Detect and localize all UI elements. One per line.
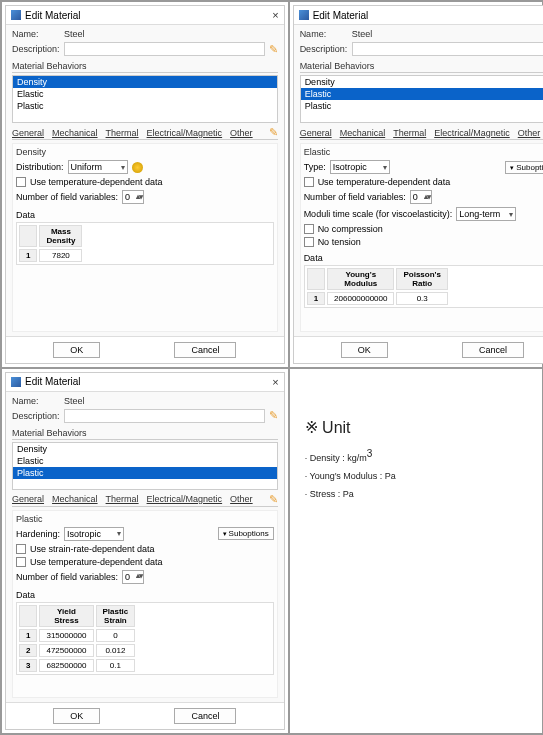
tab-general[interactable]: General <box>300 127 332 139</box>
data-label: Data <box>304 253 543 263</box>
name-value: Steel <box>64 29 85 39</box>
type-dropdown[interactable]: Isotropic <box>330 160 390 174</box>
cell-value[interactable]: 7820 <box>39 249 82 262</box>
density-table[interactable]: Mass Density 17820 <box>16 222 274 265</box>
list-item[interactable]: Plastic <box>13 467 277 479</box>
behaviors-label: Material Behaviors <box>12 428 278 440</box>
app-icon <box>11 10 21 20</box>
tab-other[interactable]: Other <box>518 127 541 139</box>
titlebar: Edit Material × <box>294 6 543 25</box>
app-icon <box>299 10 309 20</box>
list-item[interactable]: Density <box>13 443 277 455</box>
nfield-label: Number of field variables: <box>16 572 118 582</box>
row-header: 1 <box>19 629 37 642</box>
hardening-dropdown[interactable]: Isotropic <box>64 527 124 541</box>
behaviors-list[interactable]: Density Elastic Plastic <box>12 442 278 490</box>
elastic-table[interactable]: Young's ModulusPoisson's Ratio 120600000… <box>304 265 543 308</box>
use-strain-checkbox[interactable] <box>16 544 26 554</box>
use-temp-label: Use temperature-dependent data <box>318 177 451 187</box>
ok-button[interactable]: OK <box>341 342 388 358</box>
name-label: Name: <box>300 29 348 39</box>
tab-thermal[interactable]: Thermal <box>106 127 139 139</box>
cancel-button[interactable]: Cancel <box>174 342 236 358</box>
globe-icon[interactable] <box>132 162 143 173</box>
list-item[interactable]: Density <box>13 76 277 88</box>
panel-title: Elastic <box>304 147 543 157</box>
units-youngs: · Young′s Modulus : Pa <box>305 467 543 485</box>
tab-electrical[interactable]: Electrical/Magnetic <box>147 493 223 505</box>
cell-value[interactable]: 682500000 <box>39 659 93 672</box>
behaviors-label: Material Behaviors <box>12 61 278 73</box>
dialog-title: Edit Material <box>313 10 543 21</box>
description-input[interactable] <box>352 42 543 56</box>
cell-value[interactable]: 0.1 <box>96 659 136 672</box>
delete-icon[interactable]: ✎ <box>269 126 278 139</box>
description-input[interactable] <box>64 42 265 56</box>
distribution-dropdown[interactable]: Uniform <box>68 160 128 174</box>
cancel-button[interactable]: Cancel <box>462 342 524 358</box>
delete-icon[interactable]: ✎ <box>269 493 278 506</box>
description-input[interactable] <box>64 409 265 423</box>
edit-icon[interactable]: ✎ <box>269 43 278 56</box>
nfield-label: Number of field variables: <box>304 192 406 202</box>
tab-thermal[interactable]: Thermal <box>106 493 139 505</box>
tab-mechanical[interactable]: Mechanical <box>340 127 386 139</box>
tab-electrical[interactable]: Electrical/Magnetic <box>434 127 510 139</box>
use-temp-checkbox[interactable] <box>16 177 26 187</box>
behaviors-list[interactable]: Density Elastic Plastic <box>300 75 543 123</box>
cell-value[interactable]: 0 <box>96 629 136 642</box>
edit-icon[interactable]: ✎ <box>269 409 278 422</box>
col-mass-density: Mass Density <box>39 225 82 247</box>
cell-value[interactable]: 0.3 <box>396 292 447 305</box>
cancel-button[interactable]: Cancel <box>174 708 236 724</box>
tab-general[interactable]: General <box>12 127 44 139</box>
close-icon[interactable]: × <box>272 9 278 21</box>
cell-value[interactable]: 206000000000 <box>327 292 394 305</box>
col-plastic-strain: Plastic Strain <box>96 605 136 627</box>
edit-material-dialog-density: Edit Material × Name:Steel Description:✎… <box>5 5 285 364</box>
list-item[interactable]: Elastic <box>13 88 277 100</box>
moduli-dropdown[interactable]: Long-term <box>456 207 516 221</box>
tab-other[interactable]: Other <box>230 493 253 505</box>
tab-other[interactable]: Other <box>230 127 253 139</box>
list-item[interactable]: Density <box>301 76 543 88</box>
category-tabs: General Mechanical Thermal Electrical/Ma… <box>12 126 278 140</box>
use-temp-checkbox[interactable] <box>16 557 26 567</box>
behaviors-list[interactable]: Density Elastic Plastic <box>12 75 278 123</box>
suboptions-button[interactable]: Suboptions <box>218 527 274 540</box>
list-item[interactable]: Elastic <box>301 88 543 100</box>
list-item[interactable]: Plastic <box>301 100 543 112</box>
category-tabs: General Mechanical Thermal Electrical/Ma… <box>12 493 278 507</box>
row-header: 1 <box>307 292 325 305</box>
cell-value[interactable]: 315000000 <box>39 629 93 642</box>
tab-mechanical[interactable]: Mechanical <box>52 127 98 139</box>
list-item[interactable]: Elastic <box>13 455 277 467</box>
use-temp-checkbox[interactable] <box>304 177 314 187</box>
type-label: Type: <box>304 162 326 172</box>
cell-value[interactable]: 472500000 <box>39 644 93 657</box>
tab-mechanical[interactable]: Mechanical <box>52 493 98 505</box>
no-compression-checkbox[interactable] <box>304 224 314 234</box>
plastic-table[interactable]: Yield StressPlastic Strain 13150000000 2… <box>16 602 274 675</box>
panel-title: Plastic <box>16 514 274 524</box>
col-yield-stress: Yield Stress <box>39 605 93 627</box>
panel-title: Density <box>16 147 274 157</box>
tab-thermal[interactable]: Thermal <box>393 127 426 139</box>
moduli-label: Moduli time scale (for viscoelasticity): <box>304 209 453 219</box>
tab-electrical[interactable]: Electrical/Magnetic <box>147 127 223 139</box>
dialog-title: Edit Material <box>25 10 272 21</box>
tab-general[interactable]: General <box>12 493 44 505</box>
nfield-spinner[interactable]: 0 <box>122 570 144 584</box>
ok-button[interactable]: OK <box>53 342 100 358</box>
close-icon[interactable]: × <box>272 376 278 388</box>
use-temp-label: Use temperature-dependent data <box>30 557 163 567</box>
ok-button[interactable]: OK <box>53 708 100 724</box>
list-item[interactable]: Plastic <box>13 100 277 112</box>
no-tension-checkbox[interactable] <box>304 237 314 247</box>
nfield-spinner[interactable]: 0 <box>410 190 432 204</box>
nfield-spinner[interactable]: 0 <box>122 190 144 204</box>
suboptions-button[interactable]: Suboptions <box>505 161 543 174</box>
cell-value[interactable]: 0.012 <box>96 644 136 657</box>
nfield-label: Number of field variables: <box>16 192 118 202</box>
col-poissons-ratio: Poisson's Ratio <box>396 268 447 290</box>
